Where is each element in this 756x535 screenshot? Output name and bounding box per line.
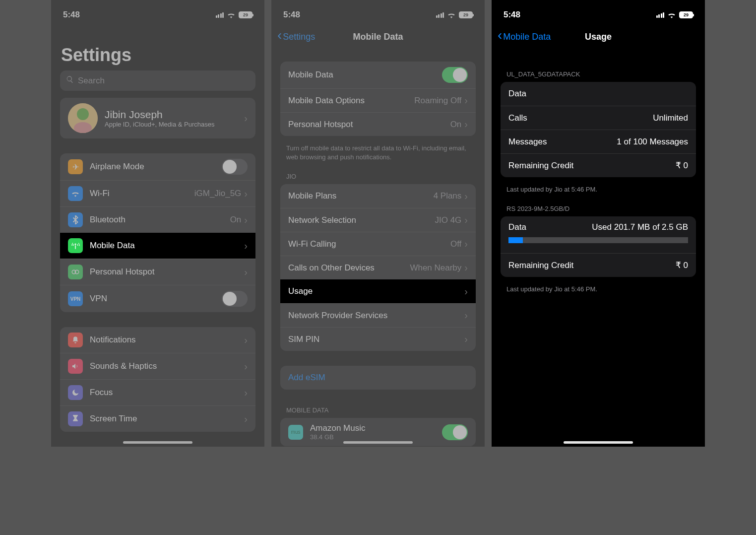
battery-icon: 29	[239, 11, 252, 18]
row-plan2-data: Data Used 201.7 MB of 2.5 GB	[501, 216, 696, 253]
row-plan1-calls: Calls Unlimited	[501, 106, 696, 130]
plan1-footer: Last updated by Jio at 5:46 PM.	[492, 181, 705, 203]
chevron-right-icon: ›	[464, 310, 468, 321]
svg-point-1	[77, 108, 89, 120]
antenna-icon	[68, 238, 83, 253]
row-hotspot[interactable]: Personal Hotspot ›	[60, 259, 255, 285]
search-icon	[66, 75, 74, 86]
mobile-data-note: Turn off mobile data to restrict all dat…	[271, 140, 485, 171]
row-network-selection[interactable]: Network Selection JIO 4G ›	[280, 208, 476, 232]
row-plan1-credit: Remaining Credit ₹ 0	[501, 153, 696, 177]
row-wifi-calling[interactable]: Wi-Fi Calling Off ›	[280, 232, 476, 256]
screen-usage: 5:48 29 Mobile Data Usage UL_DATA_5GDATA…	[492, 0, 705, 447]
plan2-header: RS 2023-9M-2.5GB/D	[492, 203, 705, 216]
row-plan1-messages: Messages 1 of 100 Messages	[501, 130, 696, 153]
chevron-right-icon: ›	[464, 119, 468, 130]
screen-settings: 5:48 29 Settings Search Jibin Joseph App…	[51, 0, 264, 447]
wifi-row-icon	[68, 186, 83, 201]
row-plan1-data[interactable]: Data	[501, 82, 696, 106]
chevron-right-icon: ›	[244, 413, 248, 425]
chevron-right-icon: ›	[464, 334, 468, 345]
bell-icon	[68, 333, 83, 347]
app-toggle[interactable]	[442, 424, 468, 440]
row-provider-services[interactable]: Network Provider Services ›	[280, 303, 476, 327]
hourglass-icon	[68, 411, 83, 426]
speaker-icon	[68, 359, 83, 374]
profile-name: Jibin Joseph	[105, 109, 244, 121]
row-personal-hotspot[interactable]: Personal Hotspot On ›	[280, 112, 476, 136]
vpn-toggle[interactable]	[222, 291, 248, 307]
status-bar: 5:48 29	[271, 0, 485, 25]
row-airplane[interactable]: ✈︎ Airplane Mode	[60, 153, 255, 180]
status-bar: 5:48 29	[492, 0, 705, 25]
home-indicator[interactable]	[123, 441, 192, 444]
avatar	[68, 103, 98, 133]
chevron-right-icon: ›	[244, 113, 248, 124]
chevron-right-icon: ›	[464, 238, 468, 250]
signal-icon	[216, 12, 224, 18]
row-notifications[interactable]: Notifications ›	[60, 327, 255, 353]
chevron-right-icon: ›	[244, 214, 248, 226]
chevron-right-icon: ›	[464, 95, 468, 106]
profile-row[interactable]: Jibin Joseph Apple ID, iCloud+, Media & …	[60, 98, 255, 138]
jio-header: JIO	[271, 171, 485, 184]
row-sim-pin[interactable]: SIM PIN ›	[280, 327, 476, 351]
chevron-right-icon: ›	[464, 214, 468, 226]
plan2-footer: Last updated by Jio at 5:46 PM.	[492, 281, 705, 303]
home-indicator[interactable]	[564, 441, 633, 444]
row-bluetooth[interactable]: Bluetooth On ›	[60, 206, 255, 233]
chevron-right-icon: ›	[244, 188, 248, 200]
status-time: 5:48	[283, 10, 300, 20]
row-add-esim[interactable]: Add eSIM	[280, 366, 476, 390]
chevron-right-icon: ›	[464, 262, 468, 273]
chevron-right-icon: ›	[464, 191, 468, 202]
chevron-right-icon: ›	[244, 361, 248, 372]
status-bar: 5:48 29	[51, 0, 264, 25]
airplane-icon: ✈︎	[68, 159, 83, 174]
mobile-data-toggle[interactable]	[442, 67, 468, 83]
vpn-icon: VPN	[68, 291, 83, 306]
wifi-icon	[667, 11, 676, 18]
battery-icon: 29	[459, 11, 473, 18]
row-sounds[interactable]: Sounds & Haptics ›	[60, 353, 255, 379]
row-plans[interactable]: Mobile Plans 4 Plans ›	[280, 184, 476, 208]
data-progress-bar	[508, 237, 688, 243]
home-indicator[interactable]	[343, 441, 413, 444]
row-wifi[interactable]: Wi-Fi iGM_Jio_5G ›	[60, 180, 255, 206]
status-time: 5:48	[504, 10, 520, 20]
row-screentime[interactable]: Screen Time ›	[60, 405, 255, 432]
search-input[interactable]: Search	[60, 70, 255, 91]
row-data-options[interactable]: Mobile Data Options Roaming Off ›	[280, 88, 476, 112]
screen-mobile-data: 5:48 29 Settings Mobile Data Mobile Data…	[271, 0, 485, 447]
wifi-icon	[447, 11, 456, 18]
status-time: 5:48	[63, 10, 80, 20]
page-title: Settings	[51, 25, 264, 70]
chevron-right-icon: ›	[244, 240, 248, 252]
chevron-right-icon: ›	[464, 286, 468, 297]
plan1-header: UL_DATA_5GDATAPACK	[492, 68, 705, 82]
row-mobile-data-toggle[interactable]: Mobile Data	[280, 62, 476, 88]
bluetooth-icon	[68, 212, 83, 227]
profile-sub: Apple ID, iCloud+, Media & Purchases	[105, 121, 244, 128]
page-title: Usage	[492, 32, 705, 42]
chevron-right-icon: ›	[244, 334, 248, 346]
amazon-music-icon: mus	[288, 425, 303, 440]
page-title: Mobile Data	[271, 32, 485, 42]
hotspot-icon	[68, 265, 83, 279]
mobile-data-apps-header: MOBILE DATA	[271, 404, 485, 418]
signal-icon	[656, 12, 665, 18]
row-mobile-data[interactable]: Mobile Data ›	[60, 233, 255, 259]
moon-icon	[68, 385, 83, 400]
row-calls-other[interactable]: Calls on Other Devices When Nearby ›	[280, 256, 476, 279]
chevron-right-icon: ›	[244, 267, 248, 278]
row-focus[interactable]: Focus ›	[60, 379, 255, 405]
wifi-icon	[227, 11, 236, 18]
signal-icon	[436, 12, 444, 18]
battery-icon: 29	[679, 11, 693, 18]
row-usage[interactable]: Usage ›	[280, 279, 476, 303]
airplane-toggle[interactable]	[222, 159, 248, 175]
chevron-right-icon: ›	[244, 387, 248, 399]
row-vpn[interactable]: VPN VPN	[60, 285, 255, 312]
row-plan2-credit: Remaining Credit ₹ 0	[501, 253, 696, 277]
search-placeholder: Search	[78, 76, 105, 86]
